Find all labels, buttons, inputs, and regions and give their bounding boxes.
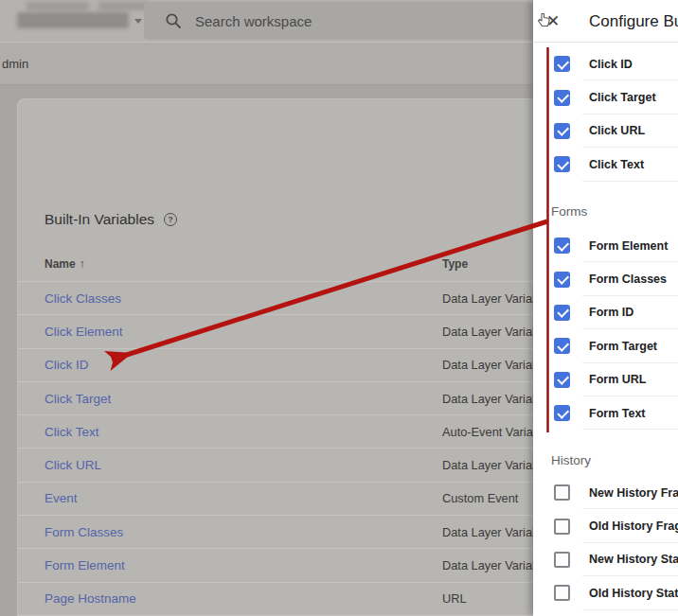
checkbox[interactable] xyxy=(554,90,570,106)
variable-link[interactable]: Click URL xyxy=(45,458,101,472)
name-header-label: Name xyxy=(45,257,76,271)
section-header-forms: Forms xyxy=(551,195,587,227)
column-header-name[interactable]: Name↑ xyxy=(45,257,85,271)
search-box[interactable] xyxy=(144,2,536,40)
checkbox[interactable] xyxy=(554,585,570,601)
configure-variables-panel: ✕ Configure Built-In Variables Click ID … xyxy=(533,0,678,616)
variable-toggle-row[interactable]: Old History State xyxy=(533,576,678,609)
checkbox[interactable] xyxy=(554,156,570,172)
variable-link[interactable]: Click Classes xyxy=(45,291,121,306)
variable-toggle-row[interactable]: Form URL xyxy=(533,363,678,396)
checkbox[interactable] xyxy=(554,552,570,568)
variable-toggle-row[interactable]: Form Target xyxy=(533,329,678,362)
workspace-selector-blurred[interactable] xyxy=(17,12,129,28)
checkbox-label: Old History Fragment xyxy=(589,519,678,533)
checkbox-label: Form Element xyxy=(589,239,668,253)
variable-link[interactable]: Event xyxy=(45,491,78,505)
forms-section-rows: Form Element Form Classes Form ID Form T… xyxy=(533,229,678,430)
checkbox-label: Form Classes xyxy=(589,273,667,286)
variable-type: Custom Event xyxy=(442,491,518,505)
checkbox[interactable] xyxy=(554,272,570,288)
checkbox-label: Form URL xyxy=(589,373,646,386)
panel-title: Configure Built-In Variables xyxy=(589,0,678,43)
variable-toggle-row[interactable]: Click ID xyxy=(533,47,678,80)
variable-toggle-row[interactable]: Old History Fragment xyxy=(533,509,678,542)
account-path-blurred xyxy=(27,2,89,10)
variable-toggle-row[interactable]: Form ID xyxy=(533,296,678,329)
variable-toggle-row[interactable]: Form Text xyxy=(533,396,678,430)
variable-link[interactable]: Form Element xyxy=(45,558,125,572)
checkbox-label: Form Text xyxy=(589,407,646,420)
checkbox[interactable] xyxy=(554,372,570,388)
container-path-blurred xyxy=(98,2,148,10)
checkbox[interactable] xyxy=(554,519,570,535)
history-section-rows: New History Fragment Old History Fragmen… xyxy=(533,476,678,610)
variable-link[interactable]: Click Text xyxy=(45,425,99,439)
checkbox[interactable] xyxy=(554,123,570,139)
gtm-workspace-screen: dmin Built-In Variables ? Name↑ Type Cli… xyxy=(0,0,678,616)
checkbox-label: Click Target xyxy=(589,91,656,104)
checkbox-label: Click Text xyxy=(589,158,644,171)
variable-toggle-row[interactable]: Click Text xyxy=(533,148,678,181)
checkbox[interactable] xyxy=(554,238,570,254)
variable-toggle-row[interactable]: Form Classes xyxy=(533,262,678,295)
variable-toggle-row[interactable]: New History State xyxy=(533,543,678,576)
panel-header: ✕ Configure Built-In Variables xyxy=(533,0,678,43)
variable-toggle-row[interactable]: Click URL xyxy=(533,114,678,148)
variable-link[interactable]: Click ID xyxy=(45,358,89,372)
checkbox-label: Old History State xyxy=(589,587,678,600)
checkbox[interactable] xyxy=(554,484,570,501)
checkbox-label: New History Fragment xyxy=(589,486,678,500)
sort-asc-icon: ↑ xyxy=(80,257,85,271)
variable-link[interactable]: Click Target xyxy=(45,392,111,406)
variable-type: URL xyxy=(442,591,467,606)
tab-admin[interactable]: dmin xyxy=(2,43,28,85)
checkbox[interactable] xyxy=(554,338,570,354)
variable-toggle-row[interactable]: Click Target xyxy=(533,80,678,114)
checkbox[interactable] xyxy=(554,405,570,421)
checkbox-label: Click URL xyxy=(589,124,645,137)
checkbox-label: New History State xyxy=(589,553,678,566)
search-icon xyxy=(165,12,182,29)
checkbox-label: Click ID xyxy=(589,58,633,71)
chevron-down-icon xyxy=(134,19,142,24)
checkbox-label: Form ID xyxy=(589,306,633,319)
variable-link[interactable]: Click Element xyxy=(45,325,123,339)
search-input[interactable] xyxy=(195,13,479,29)
pointer-cursor-icon xyxy=(537,12,551,28)
variable-toggle-row[interactable]: Form Element xyxy=(533,229,678,262)
clicks-section-rows: Click ID Click Target Click URL Click Te… xyxy=(533,47,678,182)
checkbox[interactable] xyxy=(554,305,570,321)
column-header-type: Type xyxy=(442,257,468,271)
card-title: Built-In Variables xyxy=(45,211,154,228)
section-header-history: History xyxy=(551,444,591,476)
variable-link[interactable]: Page Hostname xyxy=(45,591,136,606)
checkbox-label: Form Target xyxy=(589,340,657,353)
checkbox[interactable] xyxy=(554,56,570,72)
variable-toggle-row[interactable]: New History Fragment xyxy=(533,476,678,509)
help-icon[interactable]: ? xyxy=(164,213,177,226)
variable-link[interactable]: Form Classes xyxy=(45,525,123,539)
